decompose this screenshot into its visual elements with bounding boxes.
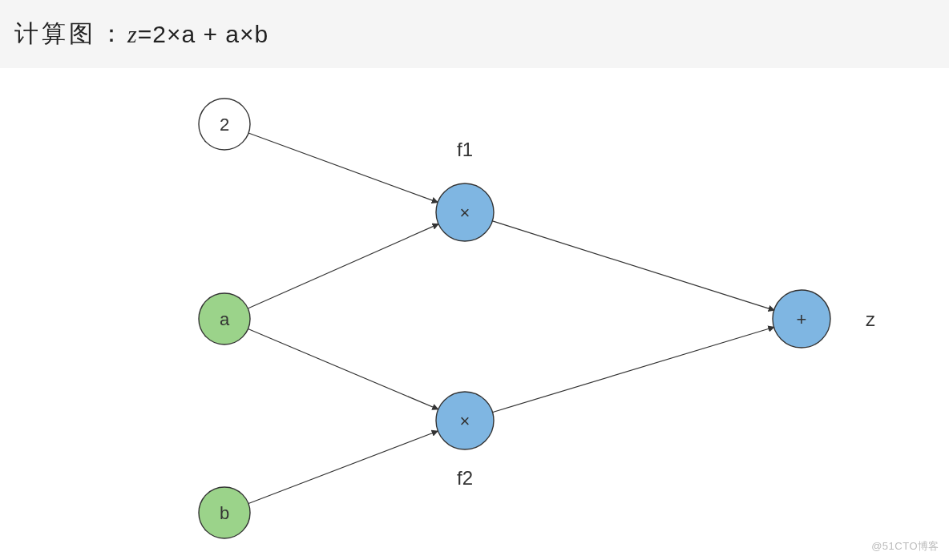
title-sep: ： [99,18,124,50]
node-var-b-label: b [220,503,229,523]
edge-f1-to-plus [492,221,774,311]
node-op-f2-symbol: × [460,411,470,431]
title-prefix: 计算图 [14,18,96,50]
watermark: @51CTO博客 [871,539,939,554]
node-op-f1-symbol: × [460,203,470,223]
node-op-f1-anno: f1 [457,139,473,160]
title-eq: = [138,21,153,48]
node-op-f2: × f2 [436,392,494,489]
node-op-plus-symbol: + [797,309,807,329]
edge-b-to-f2 [248,431,438,504]
title-band: 计算图 ： z = 2×a + a×b [0,0,949,68]
diagram-stage: 2 a b × f1 × f2 + z [0,68,949,560]
node-op-f1: × f1 [436,139,494,241]
node-var-b: b [199,487,250,538]
node-const-2-label: 2 [220,115,229,135]
node-op-plus-anno: z [866,308,875,330]
edge-a-to-f1 [248,224,438,308]
computation-graph: 2 a b × f1 × f2 + z [0,68,949,560]
node-op-plus: + z [773,290,875,348]
node-op-f2-anno: f2 [457,467,473,489]
node-var-a: a [199,293,250,344]
edge-2-to-f1 [248,133,438,203]
title-var-z: z [127,21,138,48]
title-expr: 2×a + a×b [152,21,269,48]
edges [248,133,774,504]
edge-f2-to-plus [492,327,774,412]
edge-a-to-f2 [248,328,438,409]
node-const-2: 2 [199,99,250,150]
node-var-a-label: a [220,309,230,329]
